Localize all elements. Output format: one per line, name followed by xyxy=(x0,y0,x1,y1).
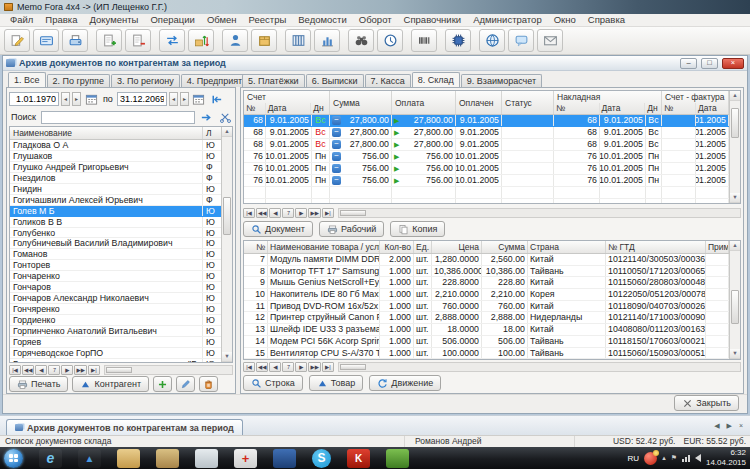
date-from-input[interactable] xyxy=(9,92,59,106)
doc-remove-button[interactable] xyxy=(125,29,151,52)
table-row[interactable]: 14Модем PCI 56K Acorp Sprinter@56K1.000ш… xyxy=(244,336,729,348)
menu-item[interactable]: Операции xyxy=(144,14,200,26)
list-item[interactable]: Голиков В ВЮ xyxy=(10,217,221,228)
column-group-Счет[interactable]: Счет№ДатаДн xyxy=(244,91,330,114)
nav-button[interactable]: ▶ xyxy=(61,365,73,375)
delete-button[interactable] xyxy=(199,376,218,392)
chat-button[interactable] xyxy=(508,29,534,52)
fax-print-button[interactable] xyxy=(62,29,88,52)
list-item[interactable]: ГлушаковЮ xyxy=(10,151,221,162)
list-item[interactable]: ГнездиловФ xyxy=(10,173,221,184)
list-item[interactable]: Гогичашвили Алексей ЮрьевичФ xyxy=(10,195,221,206)
scroll-down-icon[interactable]: ▼ xyxy=(730,193,740,203)
clock-button[interactable] xyxy=(377,29,403,52)
nav-button[interactable]: ◀ xyxy=(269,362,281,372)
stock-arrows-button[interactable] xyxy=(188,29,214,52)
nav-button[interactable]: |◀ xyxy=(243,362,255,372)
doc-add-button[interactable] xyxy=(96,29,122,52)
list-item[interactable]: Государственное автономное учреждение "Б… xyxy=(10,359,221,362)
list-item[interactable]: ГомановЮ xyxy=(10,249,221,260)
table-row[interactable]: 11Привод DVD-ROM 16x/52x LG GDR-1.000шт.… xyxy=(244,301,729,313)
scroll-up-icon[interactable]: ▲ xyxy=(730,241,740,251)
tab-left-1[interactable]: 1. Все xyxy=(8,72,46,87)
scroll-down-icon[interactable]: ▼ xyxy=(730,349,740,359)
archive-button[interactable] xyxy=(285,29,311,52)
column-header[interactable]: № ГТД xyxy=(606,241,706,253)
list-item[interactable]: ГончяренкоЮ xyxy=(10,304,221,315)
menu-item[interactable]: Документы xyxy=(83,14,144,26)
column-header[interactable]: Прим xyxy=(706,241,729,253)
nav-button[interactable]: |◀ xyxy=(243,208,255,218)
globe-button[interactable] xyxy=(479,29,505,52)
photo-viewer-icon[interactable] xyxy=(195,449,218,468)
start-button[interactable] xyxy=(4,449,23,468)
nav-button[interactable]: ◀◀ xyxy=(22,365,34,375)
volume-tray-icon[interactable] xyxy=(695,454,701,462)
tab-next-icon[interactable]: ▶ xyxy=(725,422,734,430)
date-from-spin-down[interactable]: ◂ xyxy=(61,92,70,106)
column-header[interactable]: Дн xyxy=(311,103,329,114)
ie-icon[interactable]: e xyxy=(39,449,62,468)
tab-right-5[interactable]: 9. Взаиморасчет xyxy=(461,74,542,87)
tab-right-3[interactable]: 7. Касса xyxy=(365,74,411,87)
list-item[interactable]: Горячеводское ГорПОЮ xyxy=(10,348,221,359)
column-header[interactable]: Страна xyxy=(528,241,606,253)
column-group-Счет - фактура[interactable]: Счет - фактура№Дата xyxy=(662,91,729,114)
working-print-button[interactable]: Рабочий xyxy=(319,221,384,237)
card-button[interactable] xyxy=(33,29,59,52)
binoculars-button[interactable] xyxy=(348,29,374,52)
scrollbar-track[interactable] xyxy=(222,137,232,352)
clock[interactable]: 6:32 14.04.2015 xyxy=(706,448,746,467)
edit-button[interactable] xyxy=(4,29,30,52)
column-group-Накладная[interactable]: Накладная№ДатаДн xyxy=(554,91,662,114)
column-header[interactable]: Цена xyxy=(432,241,482,253)
tab-right-2[interactable]: 6. Выписки xyxy=(306,74,364,87)
list-item[interactable]: Глушко Андрей ГригорьевичФ xyxy=(10,162,221,173)
column-header[interactable]: Сумма xyxy=(330,91,392,114)
photo-plus-icon[interactable]: + xyxy=(234,449,257,468)
scroll-down-icon[interactable]: ▼ xyxy=(222,352,232,362)
nav-button[interactable]: 7 xyxy=(282,362,294,372)
column-header[interactable]: Дата xyxy=(266,103,311,114)
scrollbar-thumb[interactable] xyxy=(106,367,132,373)
tab-right-4[interactable]: 8. Склад xyxy=(412,72,460,87)
scrollbar-thumb[interactable] xyxy=(340,364,366,370)
movement-button[interactable]: Движение xyxy=(369,375,441,391)
nav-button[interactable]: ◀◀ xyxy=(256,208,268,218)
grid-app-icon[interactable] xyxy=(273,449,296,468)
nav-button[interactable]: ▶ xyxy=(295,362,307,372)
scrollbar-track[interactable] xyxy=(730,251,740,349)
column-header[interactable]: Наименование товара / услуги xyxy=(268,241,380,253)
window-tab[interactable]: Архив документов по контрагентам за пери… xyxy=(6,419,243,435)
list-item[interactable]: ГонторевЮ xyxy=(10,260,221,271)
menu-item[interactable]: Обмен xyxy=(201,14,243,26)
list-item[interactable]: Горпинченко Анатолий ВитальевичЮ xyxy=(10,326,221,337)
search-go-icon[interactable] xyxy=(198,110,214,125)
table-row[interactable]: 689.01.2005Вс−27,800.00▶27,800.009.01.20… xyxy=(244,139,729,151)
scrollbar-thumb[interactable] xyxy=(731,290,739,324)
list-item[interactable]: ГолубенкоЮ xyxy=(10,228,221,239)
scroll-up-icon[interactable]: ▲ xyxy=(730,91,740,101)
transfer-button[interactable] xyxy=(159,29,185,52)
tab-right-1[interactable]: 5. Платёжки xyxy=(242,74,305,87)
nav-button[interactable]: |◀ xyxy=(9,365,21,375)
invoices-hscrollbar[interactable] xyxy=(338,208,741,218)
list-item[interactable]: ГнидинЮ xyxy=(10,184,221,195)
menu-item[interactable]: Реестры xyxy=(243,14,293,26)
nav-button[interactable]: ▶▶ xyxy=(308,208,320,218)
column-header[interactable]: № xyxy=(244,103,266,114)
table-row[interactable]: 7610.01.2005Пн−756.00▶756.0010.01.200576… xyxy=(244,175,729,187)
barcode-button[interactable] xyxy=(411,29,437,52)
column-header-name[interactable]: Наименование xyxy=(10,127,203,139)
mail-button[interactable] xyxy=(537,29,563,52)
green-app-icon[interactable] xyxy=(386,449,409,468)
column-header[interactable]: Дн xyxy=(645,103,661,114)
column-header[interactable]: Сумма xyxy=(482,241,528,253)
menu-item[interactable]: Справка xyxy=(582,14,631,26)
table-row[interactable]: 689.01.2005Вс−27,800.00▶27,800.009.01.20… xyxy=(244,127,729,139)
language-indicator[interactable]: RU xyxy=(628,454,640,463)
folder-icon[interactable] xyxy=(156,449,179,468)
nav-button[interactable]: ◀ xyxy=(269,208,281,218)
nav-button[interactable]: ▶▶ xyxy=(74,365,86,375)
items-hscrollbar[interactable] xyxy=(338,362,741,372)
